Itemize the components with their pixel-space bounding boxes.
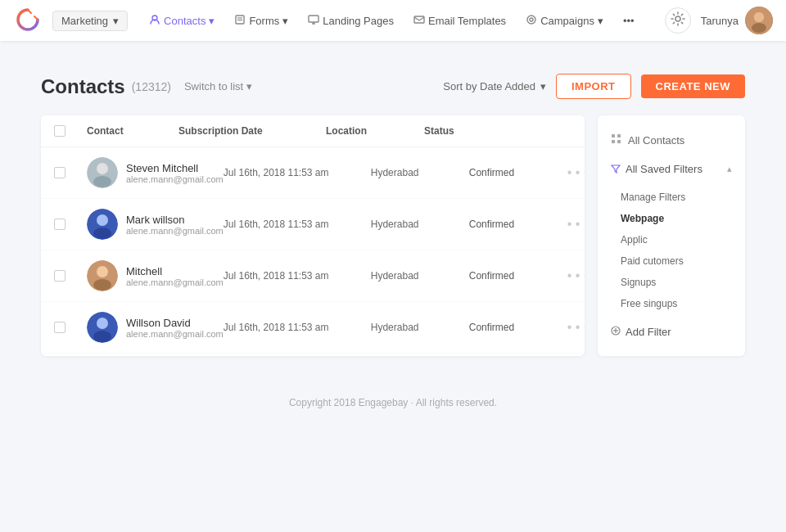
subscription-date: Jul 16th, 2018 11:53 am xyxy=(224,270,371,282)
contact-email: alene.mann@gmail.com xyxy=(126,174,224,184)
contact-name: Mitchell xyxy=(126,265,224,277)
sort-label: Sort by Date Added xyxy=(443,80,535,92)
row-checkbox[interactable] xyxy=(54,219,87,230)
contact-cell: Mitchell alene.mann@gmail.com xyxy=(87,260,224,291)
gear-icon xyxy=(671,11,685,29)
contacts-icon xyxy=(149,14,160,28)
sidebar-filter-item[interactable]: Webpage xyxy=(598,208,745,229)
contact-cell: Willson David alene.mann@gmail.com xyxy=(87,312,224,343)
nav-landing-pages-label: Landing Pages xyxy=(323,15,394,27)
navbar: Marketing ▾ Contacts ▾ Forms ▾ Landing P… xyxy=(0,0,786,41)
forms-icon xyxy=(234,14,246,28)
sidebar-item-all-contacts[interactable]: All Contacts xyxy=(598,125,745,155)
contact-info: Willson David alene.mann@gmail.com xyxy=(126,317,224,339)
row-actions-menu[interactable]: • • • xyxy=(567,320,585,335)
main-layout: Contact Subscription Date Location Statu… xyxy=(41,115,745,356)
checkbox[interactable] xyxy=(54,167,66,178)
table-header: Contact Subscription Date Location Statu… xyxy=(41,115,585,147)
status-badge: Confirmed xyxy=(469,270,567,282)
svg-point-15 xyxy=(754,12,764,22)
settings-button[interactable] xyxy=(665,7,691,34)
contact-email: alene.mann@gmail.com xyxy=(126,277,224,287)
nav-item-contacts[interactable]: Contacts ▾ xyxy=(141,9,223,33)
switch-label: Switch to list xyxy=(184,80,243,92)
svg-point-23 xyxy=(97,266,108,277)
svg-rect-31 xyxy=(617,140,621,143)
nav-items: Contacts ▾ Forms ▾ Landing Pages Email T… xyxy=(141,9,665,33)
svg-point-26 xyxy=(97,318,108,329)
contact-avatar xyxy=(87,312,118,343)
footer: Copyright 2018 Engagebay · All rights re… xyxy=(0,372,786,422)
status-badge: Confirmed xyxy=(469,167,567,178)
svg-rect-28 xyxy=(612,134,615,138)
table-row: Willson David alene.mann@gmail.com Jul 1… xyxy=(41,302,585,354)
checkbox[interactable] xyxy=(54,125,66,137)
svg-rect-30 xyxy=(612,140,615,143)
nav-item-more[interactable]: ••• xyxy=(615,10,643,32)
nav-email-templates-label: Email Templates xyxy=(428,15,506,27)
checkbox[interactable] xyxy=(54,322,66,333)
plus-icon xyxy=(611,326,621,338)
row-checkbox[interactable] xyxy=(54,167,87,178)
user-profile[interactable]: Tarunya xyxy=(701,7,773,34)
svg-rect-8 xyxy=(414,16,424,23)
marketing-label: Marketing xyxy=(61,15,108,27)
sort-dropdown[interactable]: Sort by Date Added ▾ xyxy=(443,80,546,92)
sidebar: All Contacts All Saved Filters ▴ Manage … xyxy=(598,115,745,356)
svg-point-21 xyxy=(93,228,111,239)
nav-item-campaigns[interactable]: Campaigns ▾ xyxy=(517,9,612,33)
email-icon xyxy=(413,14,425,28)
contact-email: alene.mann@gmail.com xyxy=(126,226,224,236)
nav-forms-label: Forms xyxy=(249,15,279,27)
nav-item-forms[interactable]: Forms ▾ xyxy=(226,9,296,33)
row-actions-menu[interactable]: • • • xyxy=(567,165,585,180)
contact-info: Mark willson alene.mann@gmail.com xyxy=(126,214,224,236)
location: Hyderabad xyxy=(371,167,469,178)
create-new-button[interactable]: CREATE NEW xyxy=(641,74,745,98)
sidebar-filter-item[interactable]: Paid cutomers xyxy=(598,250,745,272)
switch-to-list[interactable]: Switch to list ▾ xyxy=(184,80,252,92)
checkbox[interactable] xyxy=(54,270,66,282)
row-checkbox[interactable] xyxy=(54,322,87,333)
sidebar-filter-item[interactable]: Manage Filters xyxy=(598,187,745,208)
svg-point-24 xyxy=(93,279,111,291)
contact-name: Mark willson xyxy=(126,214,224,226)
sidebar-add-filter[interactable]: Add Filter xyxy=(598,318,745,346)
sidebar-filter-item[interactable]: Applic xyxy=(598,229,745,250)
nav-item-landing-pages[interactable]: Landing Pages xyxy=(300,9,402,33)
svg-rect-29 xyxy=(617,134,621,138)
import-button[interactable]: IMPORT xyxy=(556,74,631,99)
subscription-date: Jul 16th, 2018 11:53 am xyxy=(224,322,371,333)
location: Hyderabad xyxy=(371,270,469,282)
chevron-down-icon: ▾ xyxy=(246,80,252,92)
nav-item-email-templates[interactable]: Email Templates xyxy=(405,9,514,33)
page-content: Contacts (12312) Switch to list ▾ Sort b… xyxy=(0,41,786,372)
sidebar-filter-item[interactable]: Signups xyxy=(598,272,745,293)
marketing-dropdown[interactable]: Marketing ▾ xyxy=(52,11,128,31)
col-header-contact: Contact xyxy=(87,125,178,137)
all-contacts-label: All Contacts xyxy=(628,134,684,147)
sidebar-saved-filters-header[interactable]: All Saved Filters ▴ xyxy=(598,155,745,183)
chevron-down-icon: ▾ xyxy=(113,15,119,27)
col-header-actions xyxy=(522,125,571,137)
contacts-count: (12312) xyxy=(132,80,171,93)
sidebar-filter-item[interactable]: Free singups xyxy=(598,293,745,314)
more-icon: ••• xyxy=(623,15,635,27)
chevron-down-icon: ▾ xyxy=(540,80,546,92)
grid-icon xyxy=(611,133,621,147)
select-all-checkbox[interactable] xyxy=(54,125,87,137)
col-header-location: Location xyxy=(326,125,424,137)
row-checkbox[interactable] xyxy=(54,270,87,282)
checkbox[interactable] xyxy=(54,219,66,230)
table-row: Steven Mitchell alene.mann@gmail.com Jul… xyxy=(41,147,585,199)
monitor-icon xyxy=(308,14,319,28)
chevron-down-icon: ▾ xyxy=(209,15,215,27)
row-actions-menu[interactable]: • • • xyxy=(567,268,585,283)
status-badge: Confirmed xyxy=(469,322,567,333)
chevron-up-icon: ▴ xyxy=(727,164,732,174)
status-badge: Confirmed xyxy=(469,219,567,230)
row-actions-menu[interactable]: • • • xyxy=(567,217,585,232)
subscription-date: Jul 16th, 2018 11:53 am xyxy=(224,219,371,230)
chevron-down-icon: ▾ xyxy=(598,15,603,27)
table-body: Steven Mitchell alene.mann@gmail.com Jul… xyxy=(41,147,585,354)
